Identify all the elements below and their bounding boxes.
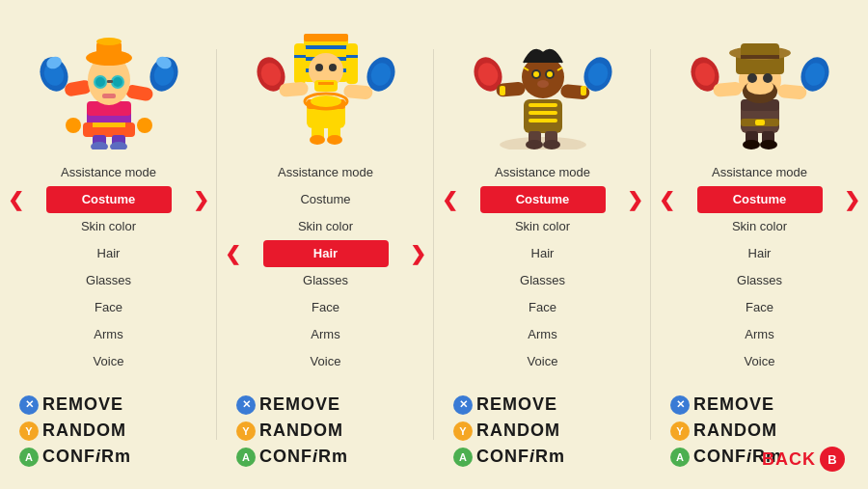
player3-arms-row: Arms [434, 321, 651, 348]
player1-skincolor-row: Skin color [0, 213, 217, 240]
player4-random-row[interactable]: Y RANDOM [670, 421, 777, 441]
player4-skincolor-label: Skin color [732, 213, 787, 240]
player1-remove-label: REMOVE [42, 394, 123, 415]
player4-face-row: Face [651, 294, 868, 321]
player2-random-label: RANDOM [259, 421, 343, 441]
player3-costume-item[interactable]: Costume [480, 186, 606, 213]
svg-rect-34 [304, 45, 348, 49]
player4-a-button[interactable]: A [670, 448, 690, 467]
player4-random-label: RANDOM [693, 421, 777, 441]
svg-rect-88 [755, 120, 765, 125]
b-button[interactable]: B [820, 447, 845, 472]
player1-confirm-label: CONFiRm [42, 447, 131, 467]
player1-costume-left-arrow[interactable]: ❮ [8, 186, 24, 213]
player3-assistance-label: Assistance mode [495, 159, 590, 186]
player2-glasses-row: Glasses [217, 267, 434, 294]
svg-point-55 [327, 135, 342, 145]
svg-rect-75 [500, 86, 505, 95]
svg-rect-76 [581, 86, 586, 95]
player4-remove-row[interactable]: ✕ REMOVE [670, 394, 774, 415]
player2-a-button[interactable]: A [236, 448, 256, 467]
player1-confirm-row[interactable]: A CONFiRm [19, 447, 131, 467]
player1-menu: Assistance mode ❮ Costume ❯ Skin color H… [0, 159, 217, 375]
svg-point-96 [747, 73, 757, 83]
player1-voice-row: Voice [0, 348, 217, 375]
player1-face-label: Face [95, 294, 122, 321]
player3-face-row: Face [434, 294, 651, 321]
player3-glasses-row: Glasses [434, 267, 651, 294]
player2-x-button[interactable]: ✕ [236, 395, 256, 415]
player3-y-button[interactable]: Y [453, 421, 473, 441]
player2-y-button[interactable]: Y [236, 421, 256, 441]
player2-remove-row[interactable]: ✕ REMOVE [236, 394, 340, 415]
player4-y-button[interactable]: Y [670, 421, 690, 441]
player2-costume-row: Costume [217, 186, 434, 213]
player1-random-row[interactable]: Y RANDOM [19, 421, 126, 441]
player2-actions: ✕ REMOVE Y RANDOM A CONFiRm [217, 394, 434, 473]
svg-point-42 [315, 64, 323, 71]
player4-costume-item[interactable]: Costume [697, 186, 823, 213]
player4-x-button[interactable]: ✕ [670, 395, 690, 415]
player4-hair-row: Hair [651, 240, 868, 267]
player3-hair-label: Hair [531, 240, 555, 267]
player1-character [32, 10, 186, 154]
svg-rect-44 [314, 80, 338, 92]
player3-costume-row[interactable]: ❮ Costume ❯ [434, 186, 651, 213]
player2-hair-right-arrow[interactable]: ❯ [410, 240, 426, 267]
player3-menu: Assistance mode ❮ Costume ❯ Skin color H… [434, 159, 651, 375]
player2-confirm-row[interactable]: A CONFiRm [236, 447, 348, 467]
svg-point-60 [500, 137, 586, 149]
player3-glasses-label: Glasses [520, 267, 565, 294]
svg-point-80 [543, 140, 560, 149]
svg-rect-17 [102, 94, 116, 98]
player1-x-button[interactable]: ✕ [19, 395, 39, 415]
player2-skincolor-label: Skin color [298, 213, 353, 240]
player1-a-button[interactable]: A [19, 448, 39, 467]
player2-arms-label: Arms [311, 321, 339, 348]
player4-panel: Assistance mode ❮ Costume ❯ Skin color H… [651, 0, 868, 489]
player3-a-button[interactable]: A [453, 448, 473, 467]
player3-remove-row[interactable]: ✕ REMOVE [453, 394, 557, 415]
back-label: BACK [762, 449, 816, 470]
svg-point-79 [526, 140, 543, 149]
player2-hair-item[interactable]: Hair [263, 240, 389, 267]
player3-face-label: Face [529, 294, 556, 321]
player4-glasses-row: Glasses [651, 267, 868, 294]
svg-rect-39 [294, 55, 306, 58]
player1-arms-label: Arms [94, 321, 122, 348]
player2-hair-row[interactable]: ❮ Hair ❯ [217, 240, 434, 267]
player3-confirm-row[interactable]: A CONFiRm [453, 447, 565, 467]
player4-costume-left-arrow[interactable]: ❮ [659, 186, 675, 213]
player1-skincolor-label: Skin color [81, 213, 136, 240]
player1-remove-row[interactable]: ✕ REMOVE [19, 394, 123, 415]
player2-skincolor-row: Skin color [217, 213, 434, 240]
player2-random-row[interactable]: Y RANDOM [236, 421, 343, 441]
player1-assistance-row: Assistance mode [0, 159, 217, 186]
player1-costume-right-arrow[interactable]: ❯ [193, 186, 209, 213]
player3-remove-label: REMOVE [476, 394, 557, 415]
player3-hair-row: Hair [434, 240, 651, 267]
svg-rect-37 [294, 43, 306, 84]
svg-rect-14 [107, 80, 113, 83]
player1-random-label: RANDOM [42, 421, 126, 441]
svg-rect-51 [342, 84, 372, 100]
player2-glasses-label: Glasses [303, 267, 348, 294]
player1-costume-row[interactable]: ❮ Costume ❯ [0, 186, 217, 213]
player1-panel: Assistance mode ❮ Costume ❯ Skin color H… [0, 0, 217, 489]
player4-costume-row[interactable]: ❮ Costume ❯ [651, 186, 868, 213]
player3-costume-right-arrow[interactable]: ❯ [627, 186, 643, 213]
player4-remove-label: REMOVE [693, 394, 774, 415]
player2-hair-left-arrow[interactable]: ❮ [225, 240, 241, 267]
player3-costume-left-arrow[interactable]: ❮ [442, 186, 458, 213]
player3-x-button[interactable]: ✕ [453, 395, 473, 415]
svg-rect-45 [318, 82, 334, 85]
player4-assistance-label: Assistance mode [712, 159, 807, 186]
player2-face-row: Face [217, 294, 434, 321]
back-button[interactable]: BACK B [762, 447, 849, 472]
player3-panel: Assistance mode ❮ Costume ❯ Skin color H… [434, 0, 651, 489]
player3-random-row[interactable]: Y RANDOM [453, 421, 560, 441]
player4-costume-right-arrow[interactable]: ❯ [844, 186, 860, 213]
player3-assistance-row: Assistance mode [434, 159, 651, 186]
player1-costume-item[interactable]: Costume [46, 186, 172, 213]
player1-y-button[interactable]: Y [19, 421, 39, 441]
